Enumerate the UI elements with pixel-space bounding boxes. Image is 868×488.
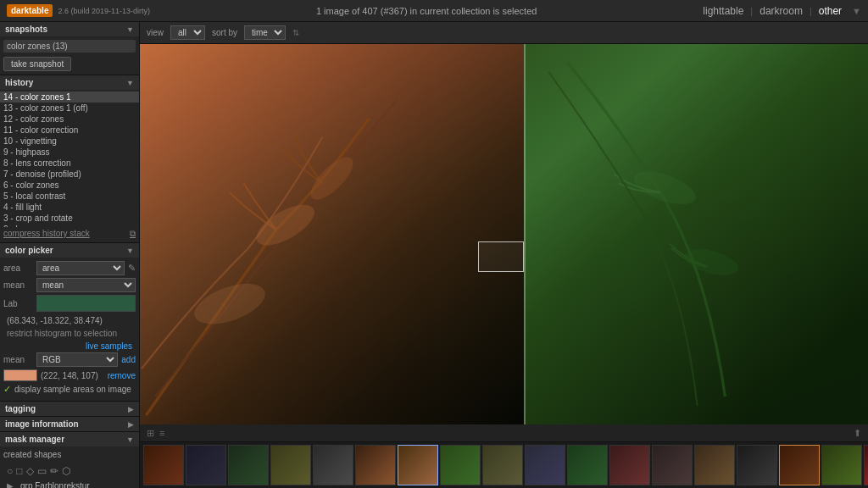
cp-remove-button[interactable]: remove: [108, 371, 136, 380]
history-item-10[interactable]: 10 - vignetting: [0, 136, 139, 147]
nav-darkroom[interactable]: darkroom: [760, 5, 803, 17]
app-logo: darktable: [7, 4, 53, 17]
cp-color-bar: [36, 295, 136, 312]
mask-gradient-icon[interactable]: ▭: [37, 465, 47, 477]
tagging-header[interactable]: tagging ▶: [0, 402, 139, 416]
filmstrip-thumb-16[interactable]: [779, 445, 820, 485]
history-item-4[interactable]: 4 - fill light: [0, 202, 139, 213]
snapshots-header[interactable]: snapshots ▼: [0, 22, 139, 36]
history-item-3[interactable]: 3 - crop and rotate: [0, 213, 139, 224]
sort-select[interactable]: time: [244, 25, 286, 40]
cp-mean2-label: mean: [3, 355, 33, 364]
filmstrip-thumb-6[interactable]: [355, 445, 396, 485]
cp-mode-row: Lab: [3, 295, 136, 312]
cp-rgb-select[interactable]: RGB: [36, 352, 118, 367]
cp-display-label: display sample areas on image: [14, 385, 131, 394]
filmstrip-list-icon[interactable]: ≡: [159, 428, 164, 439]
filmstrip-thumb-17[interactable]: [821, 445, 862, 485]
history-item-12[interactable]: 12 - color zones: [0, 114, 139, 125]
filmstrip-thumb-14[interactable]: [694, 445, 735, 485]
color-picker-header[interactable]: color picker ▼: [0, 243, 139, 258]
filmstrip-thumb-12[interactable]: [609, 445, 650, 485]
filmstrip-thumb-8[interactable]: [440, 445, 481, 485]
filmstrip-thumb-13[interactable]: [652, 445, 693, 485]
history-item-6[interactable]: 6 - color zones: [0, 180, 139, 191]
filmstrip-thumb-7-active[interactable]: [398, 445, 438, 485]
image-toolbar: view all sort by time ⇅ ▲: [140, 22, 868, 44]
take-snapshot-button[interactable]: take snapshot: [3, 57, 71, 71]
cp-add-button[interactable]: add: [121, 355, 136, 364]
mask-circle-icon[interactable]: ○: [7, 465, 13, 477]
image-divider: [524, 44, 526, 424]
history-item-13[interactable]: 13 - color zones 1 (off): [0, 103, 139, 114]
cp-live-samples[interactable]: live samples: [3, 340, 136, 352]
center-area: view all sort by time ⇅ ▲: [140, 22, 868, 488]
cp-lab-values: (68.343, -18.322, 38.474): [3, 314, 136, 327]
image-info-section: image information ▶: [0, 417, 139, 432]
cp-area-select[interactable]: area: [36, 261, 125, 275]
sort-label: sort by: [212, 28, 237, 37]
mask-item-grp[interactable]: ▶ grp Farblonrekstur: [3, 480, 136, 488]
cp-swatch-row: (222, 148, 107) remove: [3, 369, 136, 381]
nav-dropdown-icon[interactable]: ▼: [852, 6, 861, 16]
filmstrip-thumb-2[interactable]: [186, 445, 226, 485]
cp-display-check[interactable]: ✓: [3, 384, 11, 395]
filmstrip-thumb-4[interactable]: [270, 445, 311, 485]
filmstrip-thumb-18[interactable]: [864, 445, 868, 485]
filmstrip-thumb-11[interactable]: [567, 445, 608, 485]
fern-photo: [140, 44, 868, 424]
history-item-9[interactable]: 9 - highpass: [0, 147, 139, 158]
history-item-8[interactable]: 8 - lens correction: [0, 158, 139, 169]
nav-area: lighttable | darkroom | other ▼: [703, 5, 861, 17]
cp-restrict-text[interactable]: restrict histogram to selection: [3, 327, 136, 340]
snapshots-section: snapshots ▼ color zones (13) take snapsh…: [0, 22, 139, 75]
mask-manager-subtitle: created shapes: [3, 450, 136, 459]
filmstrip-thumb-1[interactable]: [143, 445, 184, 485]
history-header[interactable]: history ▼: [0, 75, 139, 90]
cp-area-label: area: [3, 263, 33, 273]
history-item-14[interactable]: 14 - color zones 1: [0, 92, 139, 103]
mask-manager-header[interactable]: mask manager ▼: [0, 432, 139, 446]
nav-lighttable[interactable]: lighttable: [703, 5, 743, 17]
mask-rect-icon[interactable]: □: [16, 465, 22, 477]
image-info-header[interactable]: image information ▶: [0, 417, 139, 431]
nav-other[interactable]: other: [819, 5, 842, 17]
cp-sample-values: (222, 148, 107): [41, 371, 98, 380]
image-view: [140, 44, 868, 424]
sort-direction-icon[interactable]: ⇅: [292, 28, 299, 37]
cp-display-row: ✓ display sample areas on image: [3, 384, 136, 395]
snapshot-item[interactable]: color zones (13): [3, 40, 136, 53]
compress-history-link[interactable]: compress history stack ⧉: [0, 227, 139, 241]
history-section: history ▼ 14 - color zones 1 13 - color …: [0, 75, 139, 243]
mask-manager-section: mask manager ▼ created shapes ○ □ ◇ ▭ ✏ …: [0, 432, 139, 488]
fern-svg-right: [524, 44, 868, 424]
filmstrip-grid-icon[interactable]: ⊞: [147, 428, 154, 439]
cp-mean-row: mean mean: [3, 278, 136, 292]
filmstrip-thumb-15[interactable]: [737, 445, 777, 485]
svg-point-2: [189, 275, 270, 332]
history-item-7[interactable]: 7 - denoise (profiled): [0, 169, 139, 180]
filmstrip-thumb-9[interactable]: [482, 445, 523, 485]
filmstrip-thumb-10[interactable]: [525, 445, 565, 485]
history-arrow: ▼: [126, 79, 134, 87]
cp-color-swatch: [3, 369, 37, 381]
fern-right-overlay: [524, 44, 868, 424]
cp-mean-select[interactable]: mean: [36, 278, 136, 292]
tagging-arrow: ▶: [128, 405, 134, 413]
mask-brush-icon[interactable]: ✏: [50, 465, 58, 477]
filmstrip-upload-icon[interactable]: ⬆: [854, 428, 861, 439]
history-item-5[interactable]: 5 - local contrast: [0, 191, 139, 202]
mask-clone-icon[interactable]: ⬡: [62, 465, 70, 477]
image-info-arrow: ▶: [128, 420, 134, 429]
fern-left-overlay: [140, 44, 524, 424]
mask-path-icon[interactable]: ◇: [26, 465, 34, 477]
filmstrip: [140, 441, 868, 488]
snapshots-title: snapshots: [5, 25, 47, 34]
filmstrip-thumb-5[interactable]: [313, 445, 353, 485]
view-select[interactable]: all: [170, 25, 205, 40]
svg-point-1: [304, 151, 359, 206]
view-label: view: [147, 28, 164, 37]
history-item-11[interactable]: 11 - color correction: [0, 125, 139, 136]
cp-area-icon[interactable]: ✎: [128, 263, 136, 274]
filmstrip-thumb-3[interactable]: [228, 445, 269, 485]
